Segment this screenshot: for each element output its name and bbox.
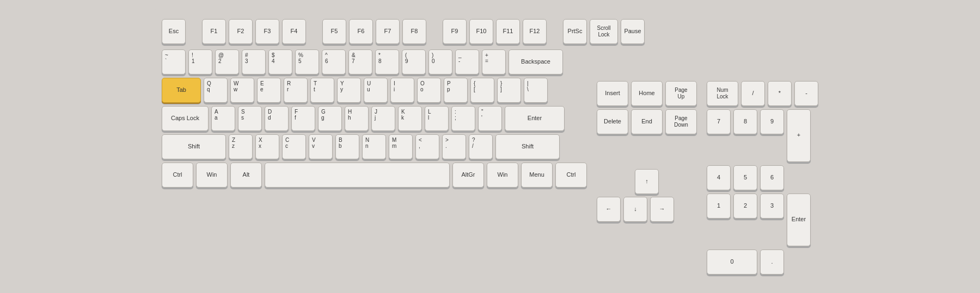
key-backspace[interactable]: Backspace [509, 49, 563, 74]
key-k[interactable]: Kk [398, 106, 422, 131]
key-h[interactable]: Hh [345, 106, 369, 131]
key-0[interactable]: )0 [428, 49, 452, 74]
key-altgr[interactable]: AltGr [452, 163, 484, 188]
key-f[interactable]: Ff [291, 106, 315, 131]
key-enter[interactable]: Enter [505, 106, 565, 131]
key-arrow-left[interactable]: ← [597, 197, 621, 222]
key-pause[interactable]: Pause [621, 19, 645, 44]
key-numlock[interactable]: NumLock [707, 81, 738, 106]
key-q[interactable]: Qq [204, 78, 228, 103]
key-numplus[interactable]: + [787, 109, 811, 162]
key-b[interactable]: Bb [335, 134, 359, 159]
key-capslock[interactable]: Caps Lock [162, 106, 209, 131]
key-arrow-up[interactable]: ↑ [635, 169, 659, 194]
key-num6[interactable]: 6 [760, 165, 784, 190]
key-f8[interactable]: F8 [402, 19, 426, 44]
key-6[interactable]: ^6 [322, 49, 346, 74]
key-num1[interactable]: 1 [707, 194, 731, 219]
key-f4[interactable]: F4 [282, 19, 306, 44]
key-4[interactable]: $4 [268, 49, 292, 74]
key-quote[interactable]: "' [478, 106, 502, 131]
key-numenter[interactable]: Enter [787, 194, 811, 246]
key-backtick[interactable]: ~` [162, 49, 186, 74]
key-num9[interactable]: 9 [760, 109, 784, 134]
key-o[interactable]: Oo [417, 78, 441, 103]
key-rbracket[interactable]: }] [497, 78, 521, 103]
key-f3[interactable]: F3 [255, 19, 279, 44]
key-f12[interactable]: F12 [523, 19, 547, 44]
key-p[interactable]: Pp [444, 78, 468, 103]
key-x[interactable]: Xx [255, 134, 279, 159]
key-pagedown[interactable]: PageDown [665, 109, 697, 134]
key-y[interactable]: Yy [337, 78, 361, 103]
key-5[interactable]: %5 [295, 49, 319, 74]
key-tab[interactable]: Tab [162, 78, 201, 103]
key-slash[interactable]: ?/ [469, 134, 493, 159]
key-c[interactable]: Cc [282, 134, 306, 159]
key-minus[interactable]: _- [455, 49, 479, 74]
key-prtsc[interactable]: PrtSc [563, 19, 587, 44]
key-g[interactable]: Gg [318, 106, 342, 131]
key-f2[interactable]: F2 [229, 19, 253, 44]
key-i[interactable]: Ii [390, 78, 414, 103]
key-f11[interactable]: F11 [496, 19, 520, 44]
key-m[interactable]: Mm [389, 134, 413, 159]
key-n[interactable]: Nn [362, 134, 386, 159]
key-end[interactable]: End [631, 109, 663, 134]
key-shift-right[interactable]: Shift [495, 134, 560, 159]
key-t[interactable]: Tt [310, 78, 334, 103]
key-num8[interactable]: 8 [733, 109, 757, 134]
key-delete[interactable]: Delete [597, 109, 628, 134]
key-f1[interactable]: F1 [202, 19, 226, 44]
key-numdiv[interactable]: / [741, 81, 765, 106]
key-2[interactable]: @2 [215, 49, 239, 74]
key-s[interactable]: Ss [238, 106, 262, 131]
key-f5[interactable]: F5 [322, 19, 346, 44]
key-alt-left[interactable]: Alt [230, 163, 262, 188]
key-num7[interactable]: 7 [707, 109, 731, 134]
key-menu[interactable]: Menu [521, 163, 553, 188]
key-shift-left[interactable]: Shift [162, 134, 226, 159]
key-3[interactable]: #3 [242, 49, 266, 74]
key-space[interactable] [265, 163, 450, 188]
key-8[interactable]: *8 [375, 49, 399, 74]
key-comma[interactable]: <, [415, 134, 439, 159]
key-insert[interactable]: Insert [597, 81, 628, 106]
key-1[interactable]: !1 [188, 49, 212, 74]
key-r[interactable]: Rr [284, 78, 308, 103]
key-home[interactable]: Home [631, 81, 663, 106]
key-win-right[interactable]: Win [487, 163, 518, 188]
key-backslash[interactable]: |\ [524, 78, 548, 103]
key-numdot[interactable]: . [760, 250, 784, 275]
key-f9[interactable]: F9 [443, 19, 467, 44]
key-numminus[interactable]: - [794, 81, 818, 106]
key-win-left[interactable]: Win [196, 163, 228, 188]
key-semicolon[interactable]: :; [451, 106, 475, 131]
key-num0[interactable]: 0 [707, 250, 757, 275]
key-j[interactable]: Jj [371, 106, 395, 131]
key-f6[interactable]: F6 [349, 19, 373, 44]
key-num5[interactable]: 5 [733, 165, 757, 190]
key-num3[interactable]: 3 [760, 194, 784, 219]
key-arrow-down[interactable]: ↓ [623, 197, 647, 222]
key-u[interactable]: Uu [364, 78, 388, 103]
key-v[interactable]: Vv [309, 134, 333, 159]
key-pageup[interactable]: PageUp [665, 81, 697, 106]
key-equals[interactable]: += [482, 49, 506, 74]
key-l[interactable]: Ll [425, 106, 449, 131]
key-a[interactable]: Aa [211, 106, 235, 131]
key-scrolllock[interactable]: ScrollLock [590, 19, 618, 44]
key-z[interactable]: Zz [229, 134, 253, 159]
key-ctrl-right[interactable]: Ctrl [555, 163, 587, 188]
key-9[interactable]: (9 [402, 49, 426, 74]
key-7[interactable]: &7 [348, 49, 372, 74]
key-nummul[interactable]: * [768, 81, 792, 106]
key-esc[interactable]: Esc [162, 19, 186, 44]
key-w[interactable]: Ww [230, 78, 254, 103]
key-e[interactable]: Ee [257, 78, 281, 103]
key-num2[interactable]: 2 [733, 194, 757, 219]
key-period[interactable]: >. [442, 134, 466, 159]
key-lbracket[interactable]: {[ [470, 78, 494, 103]
key-f7[interactable]: F7 [376, 19, 400, 44]
key-f10[interactable]: F10 [469, 19, 493, 44]
